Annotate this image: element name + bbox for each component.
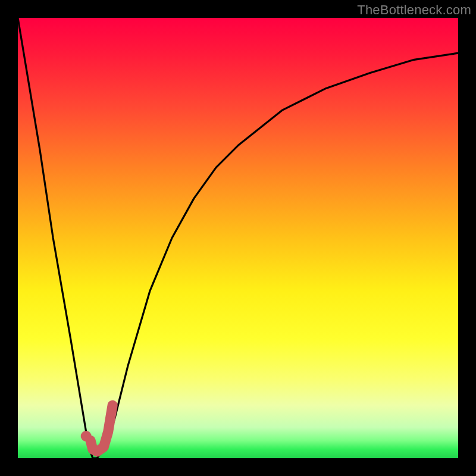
svg-point-0: [81, 431, 92, 441]
watermark-text: TheBottleneck.com: [357, 2, 471, 18]
plot-area: [18, 18, 458, 458]
chart-frame: TheBottleneck.com: [0, 0, 476, 476]
selected-hardware-marker: [18, 18, 458, 458]
